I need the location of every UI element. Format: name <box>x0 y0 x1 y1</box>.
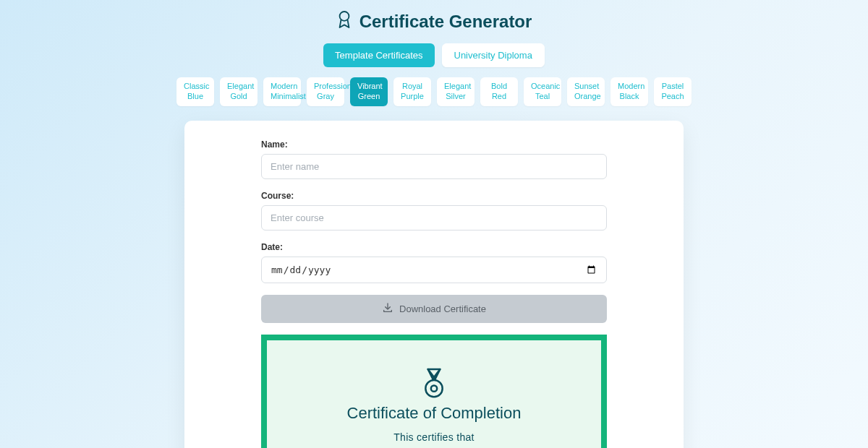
course-input[interactable] <box>261 205 607 231</box>
template-chip-classic-blue[interactable]: ClassicBlue <box>176 77 214 106</box>
download-button-label: Download Certificate <box>399 303 486 314</box>
template-chip-modern-minimalist[interactable]: ModernMinimalist <box>263 77 301 106</box>
template-chip-row: ClassicBlueElegantGoldModernMinimalistPr… <box>94 77 774 106</box>
svg-point-1 <box>425 380 442 397</box>
course-field-group: Course: <box>261 191 607 231</box>
page-title-text: Certificate Generator <box>359 12 532 32</box>
template-chip-elegant-gold[interactable]: ElegantGold <box>220 77 258 106</box>
course-label: Course: <box>261 191 607 201</box>
certificate-preview: Certificate of Completion This certifies… <box>261 335 607 449</box>
form-card: Name: Course: Date: Download Certificate <box>184 121 684 449</box>
tab-template-certificates[interactable]: Template Certificates <box>323 43 434 67</box>
name-label: Name: <box>261 139 607 150</box>
template-chip-vibrant-green[interactable]: VibrantGreen <box>350 77 388 106</box>
certificate-heading: Certificate of Completion <box>281 404 587 423</box>
ribbon-icon <box>336 10 352 33</box>
certifies-text: This certifies that <box>281 431 587 443</box>
template-chip-elegant-silver[interactable]: ElegantSilver <box>437 77 475 106</box>
template-chip-oceanic-teal[interactable]: OceanicTeal <box>524 77 561 106</box>
template-chip-sunset-orange[interactable]: SunsetOrange <box>567 77 605 106</box>
tabs: Template Certificates University Diploma <box>14 43 854 67</box>
template-chip-professional-gray[interactable]: ProfessionalGray <box>307 77 344 106</box>
page-title: Certificate Generator <box>14 10 854 33</box>
name-input[interactable] <box>261 154 607 179</box>
date-input[interactable] <box>261 257 607 283</box>
template-chip-bold-red[interactable]: BoldRed <box>480 77 518 106</box>
tab-university-diploma[interactable]: University Diploma <box>442 43 545 67</box>
date-label: Date: <box>261 242 607 252</box>
download-icon <box>382 302 393 316</box>
svg-point-2 <box>431 385 437 391</box>
template-chip-modern-black[interactable]: ModernBlack <box>610 77 648 106</box>
download-certificate-button[interactable]: Download Certificate <box>261 295 607 323</box>
medal-icon <box>281 368 587 400</box>
date-field-group: Date: <box>261 242 607 283</box>
template-chip-royal-purple[interactable]: RoyalPurple <box>393 77 431 106</box>
svg-point-0 <box>339 12 349 21</box>
template-chip-pastel-peach[interactable]: PastelPeach <box>654 77 692 106</box>
name-field-group: Name: <box>261 139 607 179</box>
certificate-form: Name: Course: Date: Download Certificate <box>261 139 607 323</box>
